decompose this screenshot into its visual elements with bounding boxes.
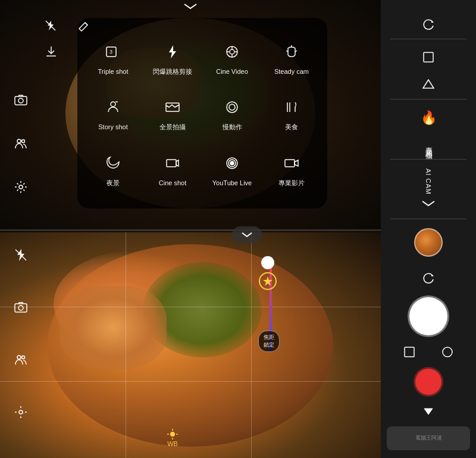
svg-rect-23 [285, 160, 295, 167]
mode-flash-edit[interactable]: 閃爆跳格剪接 [146, 39, 199, 76]
mode-night[interactable]: 夜景 [86, 151, 140, 187]
rotate2-icon[interactable] [419, 268, 438, 287]
slow-motion-icon [220, 95, 245, 120]
download-icon[interactable] [45, 45, 58, 60]
mode-story-shot[interactable]: Story shot [86, 95, 140, 131]
svg-marker-48 [423, 80, 434, 88]
camera2-icon[interactable] [9, 295, 33, 319]
svg-marker-25 [48, 21, 54, 30]
cine-video-label: Cine Video [216, 67, 248, 76]
night-label: 夜景 [107, 179, 120, 187]
svg-point-15 [227, 102, 237, 113]
triple-shot-icon: 3 [101, 39, 126, 64]
exposure-handle[interactable] [261, 256, 274, 269]
mode-cine-shot[interactable]: Cine shot [146, 151, 199, 187]
ae-lock-button[interactable]: 焦距 鎖定 [258, 331, 280, 352]
flash-off-icon[interactable] [39, 14, 62, 38]
story-shot-icon [101, 95, 126, 120]
top-chevron[interactable] [173, 0, 208, 12]
mid-chevron[interactable] [232, 226, 262, 243]
right-bottom-row3 [381, 400, 476, 423]
right-divider-3 [390, 159, 466, 160]
mode-pro-video[interactable]: 專業影片 [265, 151, 318, 187]
svg-marker-40 [263, 276, 273, 286]
ai-cam-section: AI CAM [418, 169, 439, 210]
settings2-icon[interactable] [9, 400, 33, 424]
exposure-area[interactable] [259, 256, 277, 290]
pro-video-icon [279, 151, 304, 176]
people-icon[interactable] [9, 132, 33, 155]
down-triangle-icon[interactable] [419, 402, 438, 421]
svg-point-16 [229, 104, 235, 110]
right-divider-1 [390, 39, 466, 39]
ae-lock-line2: 鎖定 [264, 341, 274, 349]
svg-marker-34 [17, 249, 24, 261]
story-shot-label: Story shot [98, 123, 128, 131]
ae-lock-line1: 焦距 [264, 334, 274, 341]
pencil-icon[interactable] [71, 14, 95, 38]
camera-face-icon[interactable] [9, 88, 33, 112]
flash-off2-icon[interactable] [9, 243, 33, 267]
left-sidebar-bottom [9, 238, 33, 429]
food-label: 美食 [285, 123, 298, 131]
food-icon [279, 95, 304, 120]
mode-slow-motion[interactable]: 慢動作 [205, 95, 259, 131]
mode-youtube-live[interactable]: YouTube Live [205, 151, 259, 187]
settings-icon[interactable] [9, 175, 33, 199]
record-button[interactable] [415, 369, 441, 395]
rotate-icon[interactable] [419, 14, 438, 33]
flame-icon[interactable]: 🔥 [419, 108, 438, 127]
svg-rect-47 [424, 52, 433, 62]
svg-point-37 [17, 356, 21, 359]
right-panel: 🔥 專業相攝 AI CAM [381, 0, 476, 458]
watermark: 電腦王阿達 [387, 426, 470, 450]
flash-edit-label: 閃爆跳格剪接 [153, 67, 192, 76]
svg-rect-50 [405, 347, 414, 357]
right-top-row1 [381, 12, 476, 36]
bottom-food-image [0, 232, 381, 458]
right-bottom-row2 [381, 340, 476, 364]
aspect-ratio2-icon[interactable] [400, 342, 419, 362]
watermark-text: 電腦王阿達 [415, 434, 442, 442]
mode-panorama[interactable]: 全景拍攝 [146, 95, 199, 131]
svg-marker-2 [169, 45, 176, 58]
circle-icon[interactable] [438, 342, 457, 362]
svg-point-29 [18, 98, 23, 103]
aspect-ratio-icon[interactable] [419, 48, 438, 67]
photo-thumbnail[interactable] [414, 228, 443, 257]
panorama-icon [160, 95, 185, 120]
mode-steady-cam[interactable]: Steady cam [265, 39, 318, 76]
svg-rect-28 [15, 96, 27, 105]
right-mid-row1 [381, 45, 476, 69]
svg-line-26 [85, 23, 87, 25]
svg-point-21 [230, 161, 234, 165]
mode-row-3: 夜景 Cine shot YouTube Live 專業影片 [83, 151, 321, 187]
youtube-live-icon [220, 151, 245, 176]
steady-cam-label: Steady cam [274, 67, 309, 76]
triangle-icon[interactable] [419, 74, 438, 94]
mode-menu: 3 Triple shot 閃爆跳格剪接 Cine Video [77, 18, 327, 208]
svg-point-38 [22, 356, 25, 359]
people2-icon[interactable] [9, 348, 33, 372]
wb-area[interactable]: WB [167, 428, 178, 447]
mode-food[interactable]: 美食 [265, 95, 318, 131]
mode-triple-shot[interactable]: 3 Triple shot [86, 39, 140, 76]
svg-point-36 [18, 306, 23, 310]
shutter-button[interactable] [409, 297, 447, 335]
svg-point-30 [17, 139, 21, 143]
cine-shot-icon [160, 151, 185, 176]
night-icon [101, 151, 126, 176]
separator-line [0, 229, 381, 231]
exposure-icon [259, 272, 277, 290]
ai-cam-label: AI CAM [425, 169, 432, 195]
left-sidebar-mid [9, 83, 33, 204]
svg-marker-52 [424, 409, 433, 415]
svg-text:3: 3 [109, 49, 112, 55]
ai-cam-chevron[interactable] [418, 198, 439, 210]
mode-cine-video[interactable]: Cine Video [205, 39, 259, 76]
svg-point-4 [230, 49, 234, 54]
right-divider-4 [390, 219, 466, 219]
cine-video-icon [220, 39, 245, 64]
flame-area: 🔥 [419, 108, 438, 127]
svg-point-32 [19, 185, 23, 189]
